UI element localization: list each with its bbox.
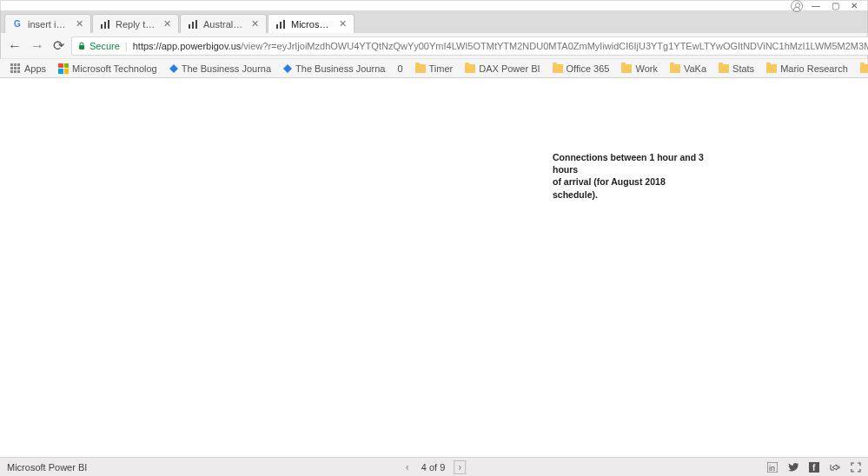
bookmark-biz-journal-1[interactable]: The Business Journa: [166, 62, 275, 76]
bookmark-biz-journal-2[interactable]: The Business Journa: [280, 62, 388, 76]
svg-rect-7: [280, 22, 282, 29]
bookmark-work[interactable]: Work: [618, 62, 660, 76]
chart-favicon-icon: [100, 19, 110, 30]
bookmark-vaka[interactable]: VaKa: [666, 62, 710, 76]
bookmark-stats[interactable]: Stats: [715, 62, 758, 76]
svg-rect-6: [276, 24, 278, 29]
apps-grid-icon: [10, 63, 21, 74]
svg-rect-3: [189, 24, 190, 29]
tab-search[interactable]: G insert image in powerbi ✕: [4, 14, 91, 33]
nav-arrows: ← → ⟳: [8, 37, 64, 54]
footer-share: in f: [767, 462, 861, 473]
bookmark-favicon-icon: [283, 64, 292, 73]
close-icon[interactable]: ✕: [850, 2, 858, 10]
footer-brand: Microsoft Power BI: [7, 462, 87, 473]
folder-icon: [415, 64, 426, 73]
svg-marker-11: [283, 64, 292, 73]
tab-label: Microsoft Power BI: [291, 19, 334, 30]
tab-close-icon[interactable]: ✕: [251, 18, 259, 30]
forward-icon[interactable]: →: [30, 38, 44, 54]
linkedin-icon[interactable]: in: [767, 462, 778, 473]
tab-close-icon[interactable]: ✕: [163, 18, 171, 30]
svg-rect-1: [104, 22, 106, 29]
microsoft-icon: [58, 63, 69, 74]
prev-page-icon[interactable]: ‹: [402, 461, 413, 473]
bookmark-office365[interactable]: Office 365: [549, 62, 613, 76]
apps-button[interactable]: Apps: [7, 62, 50, 76]
fullscreen-icon[interactable]: [851, 462, 861, 473]
lock-icon: [77, 42, 86, 50]
bookmark-favicon-icon: [169, 64, 178, 73]
tab-study[interactable]: AustralasiaStudy - Powe ✕: [180, 14, 267, 33]
google-favicon-icon: G: [12, 19, 23, 30]
folder-icon: [621, 64, 632, 73]
bookmark-mario[interactable]: Mario Research: [763, 62, 851, 76]
bookmark-ms-tech[interactable]: Microsoft Technolog: [55, 62, 161, 76]
svg-rect-5: [195, 20, 197, 29]
bookmark-zero[interactable]: 0: [394, 62, 406, 76]
page-indicator: 4 of 9: [421, 462, 446, 473]
tab-label: Reply to Message - Mic: [116, 19, 158, 30]
bookmark-dax[interactable]: DAX Power BI: [461, 62, 543, 76]
tab-reply[interactable]: Reply to Message - Mic ✕: [92, 14, 179, 33]
next-page-icon[interactable]: ›: [454, 460, 466, 474]
folder-icon: [766, 64, 777, 73]
url-text: https://app.powerbigov.us/view?r=eyJrIjo…: [133, 41, 868, 51]
account-icon[interactable]: [791, 0, 803, 12]
tab-close-icon[interactable]: ✕: [76, 18, 83, 30]
tab-powerbi[interactable]: Microsoft Power BI ✕: [268, 14, 354, 33]
folder-icon: [719, 64, 729, 73]
address-bar-row: ← → ⟳ Secure | https://app.powerbigov.us…: [0, 33, 868, 59]
browser-tabstrip: G insert image in powerbi ✕ Reply to Mes…: [0, 10, 868, 33]
twitter-icon[interactable]: [788, 462, 798, 473]
bookmarks-bar: Apps Microsoft Technolog The Business Jo…: [0, 59, 868, 78]
svg-rect-8: [283, 20, 285, 29]
report-canvas: Connections between 1 hour and 3 hours o…: [0, 78, 868, 457]
tab-label: AustralasiaStudy - Powe: [203, 19, 246, 30]
svg-text:in: in: [769, 464, 775, 473]
chart-favicon-icon: [275, 19, 286, 30]
facebook-icon[interactable]: f: [809, 462, 819, 473]
bookmark-timer[interactable]: Timer: [412, 62, 457, 76]
report-footer: Microsoft Power BI ‹ 4 of 9 › in f: [0, 457, 868, 476]
folder-icon: [670, 64, 680, 73]
chart-favicon-icon: [188, 19, 198, 30]
folder-icon: [553, 64, 563, 73]
apps-label: Apps: [24, 63, 46, 74]
report-text: Connections between 1 hour and 3 hours o…: [553, 151, 709, 201]
maximize-icon[interactable]: ▢: [831, 2, 839, 10]
bookmark-dashboard[interactable]: Dashboard: [857, 62, 868, 76]
tab-close-icon[interactable]: ✕: [339, 18, 347, 30]
secure-indicator: Secure: [77, 41, 120, 51]
svg-rect-9: [79, 45, 84, 50]
svg-rect-2: [108, 20, 109, 29]
folder-icon: [860, 64, 868, 73]
reload-icon[interactable]: ⟳: [53, 37, 64, 54]
minimize-icon[interactable]: —: [812, 2, 820, 10]
page-navigator: ‹ 4 of 9 ›: [402, 460, 467, 474]
svg-marker-10: [169, 64, 178, 73]
folder-icon: [465, 64, 475, 73]
secure-label: Secure: [89, 41, 120, 51]
address-bar[interactable]: Secure | https://app.powerbigov.us/view?…: [71, 36, 868, 56]
back-icon[interactable]: ←: [8, 38, 22, 54]
share-icon[interactable]: [830, 462, 840, 473]
window-titlebar: — ▢ ✕: [0, 0, 868, 10]
window-controls: — ▢ ✕: [812, 2, 865, 10]
tab-label: insert image in powerbi: [28, 19, 70, 30]
svg-rect-4: [192, 22, 194, 29]
svg-rect-0: [101, 24, 103, 29]
